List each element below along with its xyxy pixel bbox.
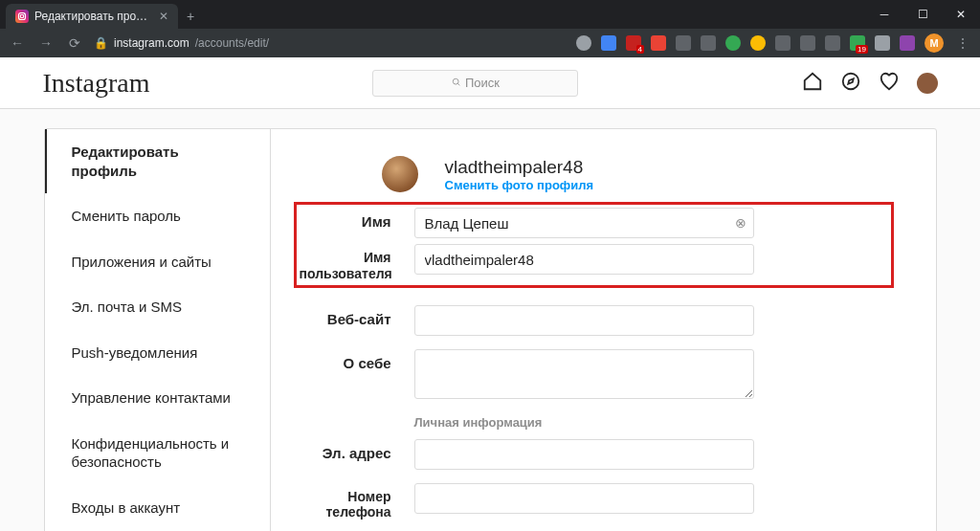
new-tab-button[interactable]: + — [178, 4, 203, 29]
profile-header: vladtheimpaler48 Сменить фото профиля — [382, 156, 888, 192]
email-input[interactable] — [414, 439, 754, 470]
website-input[interactable] — [414, 305, 754, 336]
extension-icon[interactable] — [626, 35, 641, 51]
header-nav — [802, 71, 938, 95]
nav-back-button[interactable]: ← — [8, 35, 27, 51]
extension-icon[interactable] — [701, 35, 716, 51]
browser-tab[interactable]: Редактировать профиль • Inst ✕ — [6, 4, 178, 29]
extension-icon[interactable] — [651, 35, 666, 51]
personal-info-heading: Личная информация — [414, 415, 888, 430]
username-input[interactable] — [414, 244, 754, 275]
sidebar-item-change-password[interactable]: Сменить пароль — [45, 193, 270, 239]
extension-icon[interactable] — [775, 35, 791, 51]
extension-icon[interactable] — [850, 35, 865, 51]
window-close-button[interactable]: ✕ — [942, 0, 980, 29]
extension-icon[interactable] — [825, 35, 840, 51]
url-host: instagram.com — [114, 36, 189, 50]
extension-icon[interactable] — [676, 35, 691, 51]
browser-address-bar: ← → ⟳ 🔒 instagram.com/accounts/edit/ M ⋮ — [0, 29, 980, 57]
email-label: Эл. адрес — [300, 439, 414, 461]
extension-icon[interactable] — [800, 35, 815, 51]
username-label: Имя пользователя — [300, 244, 414, 282]
browser-tab-title: Редактировать профиль • Inst — [34, 10, 153, 23]
highlight-name-username: Имя ⊗ Имя пользователя — [294, 202, 894, 288]
address-field[interactable]: 🔒 instagram.com/accounts/edit/ — [94, 36, 269, 50]
browser-profile-avatar[interactable]: M — [924, 33, 944, 53]
phone-label: Номер телефона — [300, 483, 414, 521]
nav-reload-button[interactable]: ⟳ — [65, 35, 84, 51]
instagram-logo[interactable]: Instagram — [43, 68, 150, 99]
extension-icon[interactable] — [875, 35, 890, 51]
sidebar-item-contacts[interactable]: Управление контактами — [45, 375, 270, 421]
svg-point-4 — [453, 78, 458, 84]
instagram-favicon-icon — [15, 10, 29, 23]
extension-icon[interactable] — [750, 35, 766, 51]
instagram-header: Instagram Поиск — [0, 57, 980, 109]
home-icon[interactable] — [802, 71, 823, 95]
profile-picture[interactable] — [382, 156, 418, 192]
browser-menu-button[interactable]: ⋮ — [953, 35, 972, 51]
search-icon — [452, 76, 461, 90]
settings-main: vladtheimpaler48 Сменить фото профиля Им… — [271, 129, 936, 531]
bio-label: О себе — [300, 349, 414, 371]
extension-icon[interactable] — [601, 35, 616, 51]
clear-input-icon[interactable]: ⊗ — [735, 215, 746, 231]
svg-line-5 — [457, 83, 459, 85]
window-controls: ─ ☐ ✕ — [865, 0, 980, 29]
sidebar-item-push[interactable]: Push-уведомления — [45, 330, 270, 376]
phone-input[interactable] — [414, 483, 754, 514]
sidebar-item-edit-profile[interactable]: Редактировать профиль — [45, 129, 270, 193]
extension-icons: M ⋮ — [576, 33, 972, 53]
lock-icon: 🔒 — [94, 36, 108, 50]
profile-avatar-icon[interactable] — [917, 73, 938, 94]
activity-icon[interactable] — [879, 71, 900, 95]
tab-close-icon[interactable]: ✕ — [159, 10, 168, 23]
profile-username: vladtheimpaler48 — [445, 157, 594, 178]
extension-icon[interactable] — [725, 35, 741, 51]
svg-point-6 — [842, 74, 858, 90]
nav-forward-button[interactable]: → — [36, 35, 56, 51]
name-label: Имя — [300, 208, 414, 230]
settings-sidebar: Редактировать профиль Сменить пароль При… — [45, 129, 271, 531]
settings-container: Редактировать профиль Сменить пароль При… — [44, 128, 937, 531]
extension-icon[interactable] — [900, 35, 915, 51]
change-photo-link[interactable]: Сменить фото профиля — [445, 178, 594, 192]
svg-rect-0 — [15, 10, 29, 23]
window-maximize-button[interactable]: ☐ — [903, 0, 942, 29]
bio-textarea[interactable] — [414, 349, 754, 399]
sidebar-item-email-sms[interactable]: Эл. почта и SMS — [45, 284, 270, 330]
sidebar-item-privacy[interactable]: Конфиденциальность и безопасность — [45, 421, 270, 485]
browser-chrome: Редактировать профиль • Inst ✕ + ─ ☐ ✕ ←… — [0, 0, 980, 57]
url-path: /accounts/edit/ — [195, 36, 269, 50]
extension-icon[interactable] — [576, 35, 591, 51]
explore-icon[interactable] — [840, 71, 861, 95]
window-minimize-button[interactable]: ─ — [865, 0, 903, 29]
sidebar-item-login-activity[interactable]: Входы в аккаунт — [45, 485, 270, 531]
browser-titlebar: Редактировать профиль • Inst ✕ + ─ ☐ ✕ — [0, 0, 980, 29]
website-label: Веб-сайт — [300, 305, 414, 327]
name-input[interactable] — [414, 208, 754, 238]
svg-point-3 — [24, 13, 25, 14]
sidebar-item-apps[interactable]: Приложения и сайты — [45, 239, 270, 285]
search-input[interactable]: Поиск — [372, 70, 578, 97]
search-placeholder: Поиск — [465, 76, 500, 90]
